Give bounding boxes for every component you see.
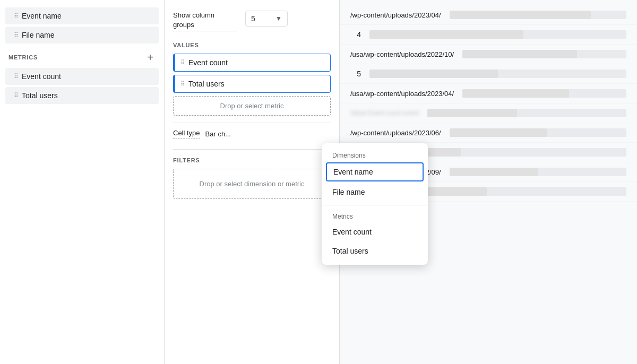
total-users-value-label: Total users: [188, 80, 225, 88]
table-row: /wp-content/uploads/2023/06/: [340, 123, 637, 143]
left-panel: ⠿ Event name ⠿ File name METRICS + ⠿ Eve…: [0, 0, 165, 364]
filters-section: FILTERS Drop or select dimension or metr…: [173, 149, 331, 199]
bar-container: [427, 109, 626, 117]
filters-title: FILTERS: [173, 157, 331, 163]
column-groups-dropdown[interactable]: 5 ▼: [245, 11, 288, 27]
table-row: /usa/wp-content/uploads/2023/04/: [340, 84, 637, 103]
event-count-metric[interactable]: ⠿ Event count: [5, 68, 159, 85]
bar: [450, 11, 591, 19]
filter-drop-zone[interactable]: Drop or select dimension or metric: [173, 169, 331, 199]
bar: [462, 50, 577, 58]
total-users-popup-item[interactable]: Total users: [322, 241, 428, 261]
bar-container: [412, 187, 626, 196]
file-name-field[interactable]: ⠿ File name: [5, 27, 159, 44]
total-users-label: Total users: [22, 91, 58, 100]
event-count-value-item[interactable]: ⠿ Event count: [173, 54, 331, 72]
path-text: /usa/wp-content/uploads/2023/04/: [350, 90, 454, 98]
event-name-popup-item[interactable]: Event name: [326, 162, 424, 181]
table-row: 5: [340, 64, 637, 84]
row-number: 5: [350, 70, 361, 78]
event-count-value-label: Event count: [188, 58, 228, 67]
filter-drop-placeholder: Drop or select dimension or metric: [200, 180, 305, 188]
metrics-section-label: Metrics: [322, 209, 428, 222]
metrics-header-label: METRICS: [8, 54, 38, 60]
drop-metric-placeholder: Drop or select metric: [220, 102, 284, 110]
add-metric-button[interactable]: +: [145, 52, 156, 63]
dimensions-section-label: Dimensions: [322, 148, 428, 161]
show-column-groups-row: Show column groups 5 ▼: [173, 5, 331, 40]
dropdown-popup: Dimensions Event name File name Metrics …: [322, 143, 428, 265]
cell-type-label: Cell type: [173, 129, 200, 138]
blurred-row-text: Value Event count event: [350, 109, 419, 117]
table-row: 4: [340, 25, 637, 45]
bar: [450, 128, 547, 137]
path-text: /wp-content/uploads/2023/04/: [350, 11, 441, 19]
bar-container: [369, 70, 626, 78]
table-row: /usa/wp-content/uploads/2022/10/: [340, 45, 637, 64]
chevron-down-icon: ▼: [276, 15, 282, 22]
total-users-value-item[interactable]: ⠿ Total users: [173, 75, 331, 93]
show-col-groups-label: Show column groups: [173, 11, 237, 31]
bar-container: [462, 89, 626, 98]
event-name-label: Event name: [22, 12, 62, 20]
middle-panel: Show column groups 5 ▼ VALUES ⠿ Event co…: [165, 0, 340, 364]
total-users-metric[interactable]: ⠿ Total users: [5, 87, 159, 104]
bar: [450, 168, 538, 176]
path-text: /wp-content/uploads/2023/06/: [350, 129, 441, 137]
drag-handle-icon: ⠿: [14, 31, 18, 39]
bar: [462, 89, 569, 98]
event-name-field[interactable]: ⠿ Event name: [5, 7, 159, 24]
bar-container: [462, 50, 626, 58]
file-name-popup-item[interactable]: File name: [322, 183, 428, 202]
bar: [369, 70, 498, 78]
drop-metric-zone[interactable]: Drop or select metric: [173, 96, 331, 116]
metrics-section-header: METRICS +: [0, 46, 164, 66]
dropdown-value: 5: [251, 14, 255, 23]
table-row: /wp-content/uploads/2023/04/: [340, 5, 637, 25]
bar-container: [450, 11, 626, 19]
bar: [427, 109, 517, 117]
drag-handle-icon: ⠿: [14, 12, 18, 20]
row-number: 4: [350, 30, 361, 39]
path-text: /usa/wp-content/uploads/2022/10/: [350, 50, 454, 58]
bar-container: [450, 128, 626, 137]
bar-container: [450, 168, 626, 176]
popup-divider: [322, 205, 428, 205]
bar: [369, 30, 523, 39]
cell-type-value: Bar ch...: [205, 130, 231, 138]
values-section: VALUES ⠿ Event count ⠿ Total users Drop …: [173, 42, 331, 138]
bar-container: [369, 30, 626, 39]
event-count-label: Event count: [22, 72, 61, 81]
drag-handle-icon: ⠿: [14, 73, 18, 80]
event-count-popup-item[interactable]: Event count: [322, 222, 428, 241]
table-row: Value Event count event: [340, 103, 637, 123]
drag-handle-icon: ⠿: [180, 80, 184, 88]
cell-type-row: Cell type Bar ch...: [173, 122, 331, 138]
file-name-label: File name: [22, 31, 54, 39]
drag-handle-icon: ⠿: [180, 59, 184, 66]
drag-handle-icon: ⠿: [14, 92, 18, 99]
values-section-title: VALUES: [173, 42, 331, 48]
